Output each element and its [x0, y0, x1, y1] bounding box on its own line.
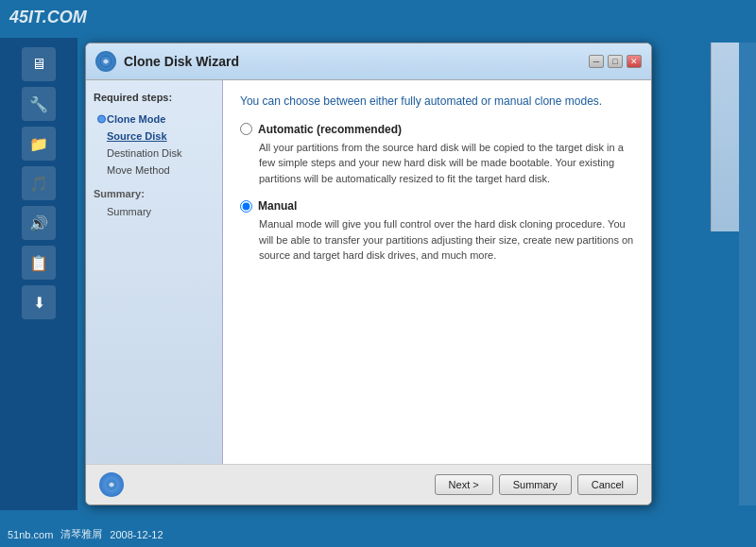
- watermark-date: 2008-12-12: [110, 529, 163, 540]
- sidebar-item-summary[interactable]: Summary: [94, 203, 215, 220]
- summary-section-label: Summary:: [94, 188, 215, 199]
- bottom-wizard-icon: [99, 472, 124, 497]
- close-button[interactable]: ✕: [627, 55, 642, 68]
- taskbar-icon-4[interactable]: 🎵: [22, 166, 56, 200]
- main-panel: You can choose between either fully auto…: [223, 80, 651, 464]
- watermark-author: 清琴雅屑: [60, 527, 102, 541]
- wizard-icon: [95, 51, 116, 72]
- watermark-top: 45IT.COM: [9, 8, 87, 27]
- option-manual: Manual Manual mode will give you full co…: [240, 199, 634, 264]
- automatic-radio[interactable]: [240, 123, 252, 135]
- sidebar: Required steps: Clone Mode Source Disk D…: [86, 80, 223, 464]
- wizard-window: Clone Disk Wizard ─ □ ✕ Required steps: …: [85, 43, 652, 505]
- title-bar: Clone Disk Wizard ─ □ ✕: [86, 43, 651, 80]
- manual-label-text: Manual: [258, 199, 297, 213]
- content-area: Required steps: Clone Mode Source Disk D…: [86, 80, 651, 464]
- watermark-bottom: 51nb.com 清琴雅屑 2008-12-12: [8, 527, 163, 541]
- watermark-site: 51nb.com: [8, 529, 53, 540]
- automatic-description: All your partitions from the source hard…: [259, 140, 634, 187]
- window-controls: ─ □ ✕: [589, 55, 642, 68]
- next-button[interactable]: Next >: [435, 474, 493, 495]
- right-window-glimpse: [711, 43, 739, 231]
- taskbar-icon-2[interactable]: 🔧: [22, 87, 56, 121]
- option-automatic: Automatic (recommended) All your partiti…: [240, 123, 634, 187]
- taskbar-icon-1[interactable]: 🖥: [22, 47, 56, 81]
- sidebar-item-move-method[interactable]: Move Method: [94, 162, 215, 179]
- sidebar-item-clone-mode[interactable]: Clone Mode: [94, 111, 215, 128]
- automatic-option-label[interactable]: Automatic (recommended): [240, 123, 634, 136]
- cancel-button[interactable]: Cancel: [577, 474, 638, 495]
- automatic-label-text: Automatic (recommended): [258, 123, 402, 136]
- summary-button[interactable]: Summary: [499, 474, 572, 495]
- required-steps-label: Required steps:: [94, 92, 215, 103]
- taskbar-icon-7[interactable]: ⬇: [22, 285, 56, 319]
- manual-option-label[interactable]: Manual: [240, 199, 634, 213]
- sidebar-item-source-disk[interactable]: Source Disk: [94, 128, 215, 145]
- window-title: Clone Disk Wizard: [124, 54, 589, 69]
- sidebar-item-destination-disk[interactable]: Destination Disk: [94, 145, 215, 162]
- panel-headline: You can choose between either fully auto…: [240, 94, 634, 110]
- taskbar-icon-3[interactable]: 📁: [22, 127, 56, 161]
- manual-radio[interactable]: [240, 200, 252, 213]
- maximize-button[interactable]: □: [608, 55, 623, 68]
- minimize-button[interactable]: ─: [589, 55, 604, 68]
- right-scrollbar[interactable]: [739, 43, 756, 505]
- taskbar-icon-5[interactable]: 🔊: [22, 206, 56, 240]
- taskbar-icon-6[interactable]: 📋: [22, 246, 56, 280]
- manual-description: Manual mode will give you full control o…: [259, 216, 634, 264]
- taskbar-left: 🖥 🔧 📁 🎵 🔊 📋 ⬇: [0, 38, 77, 510]
- bottom-bar: Next > Summary Cancel: [86, 464, 651, 504]
